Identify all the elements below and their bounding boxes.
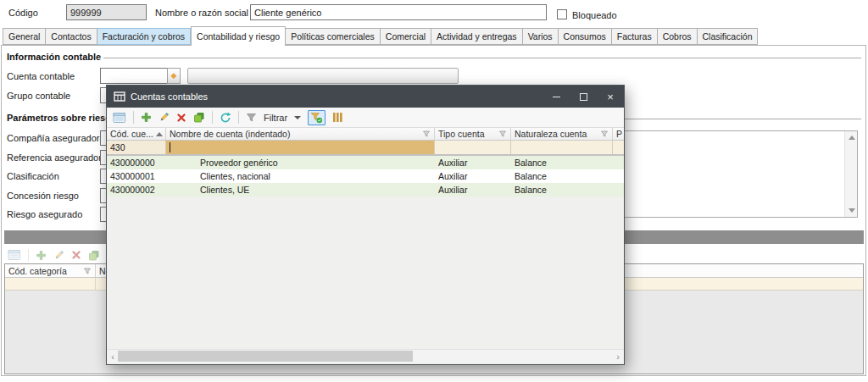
cell-naturaleza: Balance [511, 183, 613, 197]
sort-ascending-icon [156, 132, 163, 136]
grid-header: Cód. cue... Nombre de cuenta (indentado)… [107, 128, 624, 141]
grid-row[interactable]: 430000001 Clientes, nacional Auxiliar Ba… [107, 169, 624, 183]
maximize-button[interactable] [570, 86, 597, 108]
dialog-titlebar[interactable]: Cuentas contables × [107, 86, 624, 108]
grid-empty-area [107, 197, 624, 349]
tab-general[interactable]: General [3, 28, 46, 45]
nombre-field[interactable]: Cliente genérico [250, 4, 547, 20]
column-header-partial[interactable]: P [613, 128, 624, 140]
edit-button[interactable] [159, 112, 170, 123]
chevron-down-icon [849, 208, 855, 213]
scroll-left-button[interactable]: ‹ [107, 350, 119, 363]
add-icon[interactable] [36, 250, 47, 261]
filter-cell-naturaleza[interactable] [511, 141, 613, 154]
cell-tipo: Auxiliar [435, 183, 511, 197]
delete-button[interactable] [176, 113, 186, 123]
tab-contabilidad-y-riesgo[interactable]: Contabilidad y riesgo [191, 26, 286, 46]
add-button[interactable] [141, 112, 152, 123]
tab-consumos[interactable]: Consumos [559, 28, 612, 45]
column-header-label: Cód. cue... [110, 129, 153, 139]
bloqueado-checkbox[interactable] [557, 9, 567, 19]
delete-icon[interactable] [71, 250, 81, 260]
filter-cell-nombre-selected[interactable] [166, 141, 435, 154]
dropdown-arrow-icon[interactable] [294, 116, 301, 119]
chevron-left-icon: ‹ [111, 352, 114, 362]
scroll-up-button[interactable] [845, 131, 858, 144]
tab-facturacion-y-cobros[interactable]: Facturación y cobros [97, 28, 191, 45]
tab-label: General [8, 31, 40, 42]
filter-funnel-icon[interactable] [422, 130, 431, 138]
grid-filter-row[interactable]: 430 [107, 141, 624, 156]
copy-button[interactable] [193, 112, 205, 123]
cell-nombre: Proveedor genérico [166, 156, 435, 169]
section-divider [103, 58, 861, 58]
filter-funnel-icon[interactable] [246, 113, 257, 123]
dialog-title: Cuentas contables [131, 91, 208, 102]
nombre-label: Nombre o razón social [155, 8, 248, 18]
column-header-label: Nombre de cuenta (indentado) [170, 129, 290, 139]
filter-dropdown-label[interactable]: Filtrar [264, 113, 287, 123]
riesgo-asegurado-label: Riesgo asegurado [7, 209, 82, 219]
scrollbar-thumb[interactable] [118, 351, 413, 362]
close-button[interactable]: × [597, 86, 624, 108]
tab-comercial[interactable]: Comercial [381, 28, 431, 45]
horizontal-scrollbar[interactable]: ‹ › [107, 349, 624, 363]
tab-contactos[interactable]: Contactos [46, 28, 97, 45]
cell-tipo: Auxiliar [435, 156, 511, 169]
filter-funnel-icon[interactable] [83, 267, 92, 275]
tab-label: Facturas [617, 31, 652, 42]
column-header-codigo[interactable]: Cód. cue... [107, 128, 166, 140]
cell-partial [613, 156, 624, 169]
tab-actividad-y-entregas[interactable]: Actividad y entregas [431, 28, 523, 45]
grid-row[interactable]: 430000000 Proveedor genérico Auxiliar Ba… [107, 156, 624, 169]
grid-row[interactable]: 430000002 Clientes, UE Auxiliar Balance [107, 183, 624, 197]
tab-label: Varios [528, 31, 553, 42]
codigo-label: Código [8, 8, 38, 18]
tab-clasificacion[interactable]: Clasificación [698, 28, 759, 45]
form-view-button[interactable] [113, 112, 126, 124]
maximize-icon [580, 93, 587, 101]
copy-icon[interactable] [88, 250, 100, 261]
cuenta-contable-lookup-button[interactable]: ◆ [167, 68, 181, 84]
scroll-down-button[interactable] [845, 204, 858, 217]
tab-label: Actividad y entregas [437, 31, 517, 42]
tab-varios[interactable]: Varios [523, 28, 559, 45]
toolbar-separator [238, 111, 239, 124]
tab-label: Clasificación [703, 31, 753, 42]
form-view-icon[interactable] [8, 249, 21, 261]
tab-facturas[interactable]: Facturas [612, 28, 658, 45]
filter-cell-partial[interactable] [613, 141, 624, 154]
column-header-naturaleza[interactable]: Naturaleza cuenta [511, 128, 613, 140]
cuenta-contable-label: Cuenta contable [7, 71, 75, 81]
bloqueado-label: Bloqueado [572, 10, 617, 20]
column-header-tipo[interactable]: Tipo cuenta [435, 128, 511, 140]
filter-cell-codigo[interactable]: 430 [107, 141, 166, 154]
vertical-scrollbar[interactable] [844, 131, 857, 217]
column-header-cod-categoria[interactable]: Cód. categoría [5, 264, 96, 277]
compania-aseguradora-label: Compañía aseguradora [7, 133, 105, 143]
cell-naturaleza: Balance [511, 169, 613, 183]
diamond-lookup-icon: ◆ [171, 72, 177, 80]
cell-codigo: 430000002 [107, 183, 166, 197]
refresh-button[interactable] [220, 112, 231, 124]
edit-icon[interactable] [53, 250, 64, 261]
filter-funnel-icon[interactable] [600, 130, 609, 138]
tab-label: Contactos [51, 31, 91, 42]
auto-filter-row-toggle-active[interactable] [308, 110, 326, 125]
table-grid-icon [114, 91, 125, 102]
cell-nombre: Clientes, nacional [166, 169, 435, 183]
filter-cell[interactable] [5, 278, 96, 290]
text-caret [170, 142, 170, 152]
column-header-label: P [616, 129, 622, 139]
tab-politicas-comerciales[interactable]: Políticas comerciales [286, 28, 381, 45]
filter-funnel-icon[interactable] [498, 130, 507, 138]
scroll-right-button[interactable]: › [612, 350, 624, 363]
codigo-field[interactable]: 999999 [66, 4, 147, 20]
cuenta-contable-input[interactable] [100, 68, 168, 84]
column-header-nombre[interactable]: Nombre de cuenta (indentado) [166, 128, 435, 140]
tab-cobros[interactable]: Cobros [658, 28, 698, 45]
filter-cell-tipo[interactable] [435, 141, 511, 154]
cell-codigo: 430000001 [107, 169, 166, 183]
minimize-button[interactable] [542, 86, 570, 108]
columns-button[interactable] [332, 112, 343, 123]
